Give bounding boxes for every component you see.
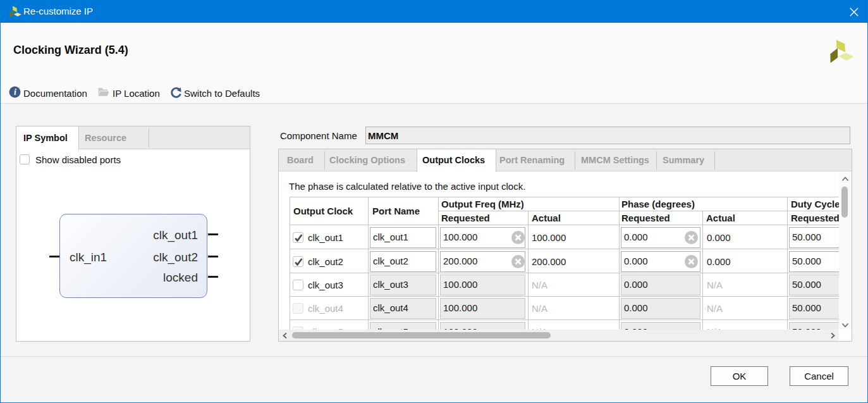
svg-text:i: i xyxy=(14,87,16,97)
